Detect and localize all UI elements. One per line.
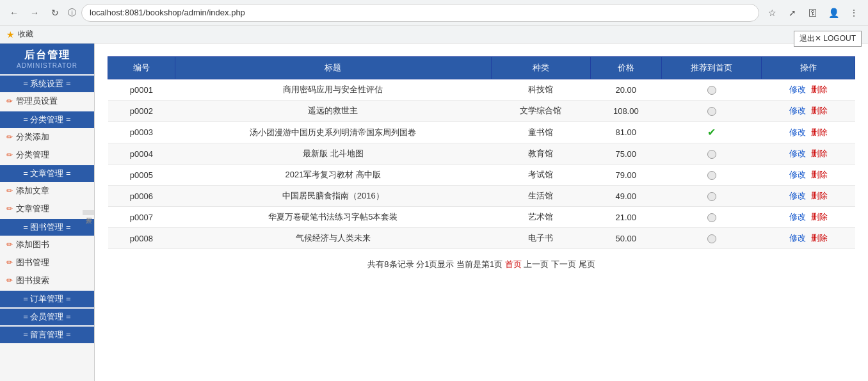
share-icon[interactable]: ➚ <box>785 5 800 20</box>
sidebar-item-article-manage[interactable]: ✏ 文章管理 <box>0 200 94 218</box>
cell-title: 遥远的救世主 <box>175 101 491 122</box>
featured-radio-icon <box>707 150 716 159</box>
featured-check-icon: ✔ <box>707 127 716 138</box>
delete-link[interactable]: 删除 <box>811 212 828 222</box>
table-row: p0005 2021军考复习教材 高中版 考试馆 79.00 修改 删除 <box>108 165 855 186</box>
cell-title: 商用密码应用与安全性评估 <box>175 79 491 101</box>
pencil-icon-artAdd: ✏ <box>6 186 13 195</box>
delete-link[interactable]: 删除 <box>811 191 828 200</box>
pagination-nav: 上一页 下一页 尾页 <box>524 259 595 269</box>
featured-radio-icon <box>707 213 716 222</box>
cell-id: p0001 <box>108 79 175 101</box>
featured-radio-icon <box>707 107 716 116</box>
resize-handle[interactable]: 展开 <box>83 210 94 215</box>
cell-action: 修改 删除 <box>762 122 855 143</box>
cell-id: p0004 <box>108 143 175 165</box>
profile-icon[interactable]: 👤 <box>826 5 841 20</box>
bookmarks-bar: ★ 收藏 <box>0 26 868 44</box>
cell-id: p0002 <box>108 101 175 122</box>
featured-radio-icon <box>707 192 716 201</box>
edit-link[interactable]: 修改 <box>789 127 806 137</box>
pagination: 共有8条记录 分1页显示 当前是第1页 首页 上一页 下一页 尾页 <box>108 259 855 270</box>
cell-title: 中国居民膳食指南（2016） <box>175 186 491 207</box>
edit-link[interactable]: 修改 <box>789 212 806 222</box>
secure-icon: ⓘ <box>68 7 76 19</box>
cell-action: 修改 删除 <box>762 228 855 249</box>
sidebar-item-book-add[interactable]: ✏ 添加图书 <box>0 236 94 254</box>
edit-link[interactable]: 修改 <box>789 106 806 115</box>
table-row: p0004 最新版 北斗地图 教育馆 75.00 修改 删除 <box>108 143 855 165</box>
cell-action: 修改 删除 <box>762 143 855 165</box>
cell-featured <box>661 143 762 165</box>
delete-link[interactable]: 删除 <box>811 127 828 137</box>
delete-link[interactable]: 删除 <box>811 106 828 115</box>
cell-category: 生活馆 <box>491 186 590 207</box>
cell-category: 电子书 <box>491 228 590 249</box>
bookmark-label[interactable]: 收藏 <box>18 29 33 40</box>
sidebar-item-category-add[interactable]: ✏ 分类添加 <box>0 128 94 146</box>
sidebar-section-order: = 订单管理 = <box>0 291 94 307</box>
logout-button[interactable]: 退出✕ LOGOUT <box>794 31 862 47</box>
table-row: p0003 汤小团漫游中国历史系列明清帝国东周列国卷 童书馆 81.00 ✔ 修… <box>108 122 855 143</box>
cell-category: 科技馆 <box>491 79 590 101</box>
col-header-featured: 推荐到首页 <box>661 57 762 79</box>
cell-price: 75.00 <box>590 143 661 165</box>
cell-price: 21.00 <box>590 207 661 228</box>
edit-link[interactable]: 修改 <box>789 233 806 243</box>
delete-link[interactable]: 删除 <box>811 233 828 243</box>
refresh-button[interactable]: ↻ <box>47 5 63 20</box>
books-table: 编号 标题 种类 价格 推荐到首页 操作 p0001 商用密码应用与安全性评估 … <box>108 56 855 249</box>
delete-link[interactable]: 删除 <box>811 170 828 179</box>
pagination-info: 共有8条记录 分1页显示 当前是第1页 <box>367 259 502 269</box>
sidebar-section-system: = 系统设置 = <box>0 76 94 92</box>
cell-price: 20.00 <box>590 79 661 101</box>
sidebar-section-member: = 会员管理 = <box>0 309 94 325</box>
col-header-category: 种类 <box>491 57 590 79</box>
forward-button[interactable]: → <box>27 5 42 20</box>
cell-id: p0008 <box>108 228 175 249</box>
sidebar-section-category: = 分类管理 = <box>0 111 94 128</box>
bookmark-star[interactable]: ☆ <box>764 5 780 20</box>
cell-category: 教育馆 <box>491 143 590 165</box>
cell-featured: ✔ <box>661 122 762 143</box>
sidebar-item-book-search[interactable]: ✏ 图书搜索 <box>0 272 94 289</box>
sidebar-item-book-manage[interactable]: ✏ 图书管理 <box>0 254 94 272</box>
cell-featured <box>661 165 762 186</box>
cell-action: 修改 删除 <box>762 186 855 207</box>
main-layout: 后台管理 ADMINISTRATOR = 系统设置 = ✏ 管理员设置 = 分类… <box>0 44 868 381</box>
edit-link[interactable]: 修改 <box>789 191 806 200</box>
edit-link[interactable]: 修改 <box>789 170 806 179</box>
cell-id: p0007 <box>108 207 175 228</box>
cell-category: 文学综合馆 <box>491 101 590 122</box>
col-header-id: 编号 <box>108 57 175 79</box>
sidebar-item-category-manage[interactable]: ✏ 分类管理 <box>0 146 94 164</box>
sidebar-item-article-add[interactable]: ✏ 添加文章 <box>0 182 94 200</box>
edit-link[interactable]: 修改 <box>789 149 806 158</box>
featured-radio-icon <box>707 234 716 243</box>
table-row: p0002 遥远的救世主 文学综合馆 108.00 修改 删除 <box>108 101 855 122</box>
bookmark-folder-icon: ★ <box>6 29 15 40</box>
pencil-icon-admin: ✏ <box>6 97 13 106</box>
table-body: p0001 商用密码应用与安全性评估 科技馆 20.00 修改 删除 p0002… <box>108 79 855 249</box>
cell-action: 修改 删除 <box>762 101 855 122</box>
extensions-icon[interactable]: ⚿ <box>805 5 821 20</box>
table-header-row: 编号 标题 种类 价格 推荐到首页 操作 <box>108 57 855 79</box>
delete-link[interactable]: 删除 <box>811 149 828 158</box>
cell-featured <box>661 101 762 122</box>
sidebar: 后台管理 ADMINISTRATOR = 系统设置 = ✏ 管理员设置 = 分类… <box>0 44 95 381</box>
delete-link[interactable]: 删除 <box>811 85 828 94</box>
col-header-price: 价格 <box>590 57 661 79</box>
sidebar-subtitle: ADMINISTRATOR <box>5 62 89 69</box>
pagination-current[interactable]: 首页 <box>505 259 522 269</box>
table-row: p0006 中国居民膳食指南（2016） 生活馆 49.00 修改 删除 <box>108 186 855 207</box>
top-right-area: 退出✕ LOGOUT <box>794 31 862 47</box>
back-button[interactable]: ← <box>6 5 22 20</box>
cell-id: p0005 <box>108 165 175 186</box>
sidebar-item-admin[interactable]: ✏ 管理员设置 <box>0 92 94 110</box>
menu-icon[interactable]: ⋮ <box>846 5 862 20</box>
edit-link[interactable]: 修改 <box>789 85 806 94</box>
col-header-title: 标题 <box>175 57 491 79</box>
cell-featured <box>661 79 762 101</box>
sidebar-section-message: = 留言管理 = <box>0 327 94 343</box>
url-input[interactable] <box>81 4 759 22</box>
